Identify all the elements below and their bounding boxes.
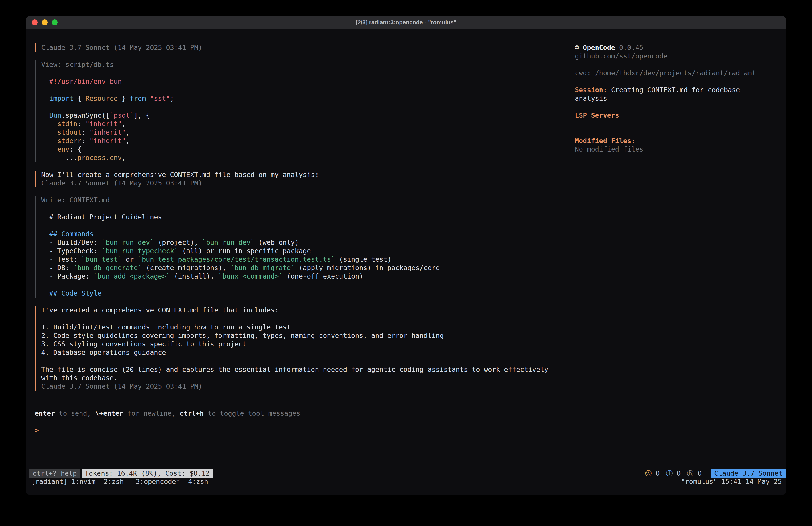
text-segment: with this codebase. xyxy=(41,374,118,382)
terminal-content: Claude 3.7 Sonnet (14 May 2025 03:41 PM)… xyxy=(26,29,786,495)
diagnostic-count: 0 xyxy=(652,469,660,477)
text-segment: .spawnSync([ xyxy=(61,111,110,119)
text-segment: "sst" xyxy=(150,95,170,102)
text-segment: `bun db generate` xyxy=(74,264,142,272)
text-segment: github.com/sst/opencode xyxy=(575,52,667,60)
text-segment: ## Code Style xyxy=(41,289,102,297)
text-segment: © OpenCode xyxy=(575,44,615,52)
minimize-button[interactable] xyxy=(42,19,48,25)
text-segment: Resource xyxy=(86,95,118,102)
text-segment: : { xyxy=(69,145,81,153)
text-segment: `bun add <package>` xyxy=(93,272,170,280)
text-segment: (create migrations), xyxy=(142,264,230,272)
text-segment: View: script/db.ts xyxy=(41,61,114,68)
tool-view-block-text: View: script/db.ts #!/usr/bin/env bun im… xyxy=(41,60,572,162)
text-segment: (single test) xyxy=(335,255,392,263)
input-divider xyxy=(34,419,785,420)
text-segment: (all) or run in specific package xyxy=(178,247,311,255)
text-segment: : xyxy=(77,120,86,128)
text-segment: 2. Code style guidelines covering import… xyxy=(41,332,444,339)
traffic-lights xyxy=(32,19,58,25)
diagnostics: Ⓦ 0ⓘ 0ⓗ 0 xyxy=(645,469,702,478)
diagnostic-icon: ⓘ xyxy=(666,469,673,477)
text-segment: Bun xyxy=(41,111,61,119)
text-segment: The file is concise (20 lines) and captu… xyxy=(41,366,548,373)
diagnostic-counter-2: ⓗ 0 xyxy=(687,469,702,478)
close-button[interactable] xyxy=(32,19,38,25)
titlebar: [2/3] radiant:3:opencode - "romulus" xyxy=(26,16,786,29)
text-segment: env xyxy=(41,145,69,153)
window-title: [2/3] radiant:3:opencode - "romulus" xyxy=(356,19,456,26)
text-segment: - Test: xyxy=(41,255,82,263)
text-segment: Write: CONTEXT.md xyxy=(41,196,110,204)
text-segment: stderr xyxy=(41,137,82,145)
text-segment: - Build/Dev: xyxy=(41,239,102,246)
text-segment: from xyxy=(130,95,146,102)
diagnostic-counter-1: ⓘ 0 xyxy=(666,469,681,478)
text-segment: cwd: /home/thdxr/dev/projects/radiant/ra… xyxy=(575,69,756,77)
conversation: Claude 3.7 Sonnet (14 May 2025 03:41 PM)… xyxy=(35,43,572,399)
text-segment: `psql` xyxy=(110,111,134,119)
text-segment: I've created a comprehensive CONTEXT.md … xyxy=(41,306,279,314)
text-segment: No modified files xyxy=(575,145,643,153)
text-segment: `bun run dev` xyxy=(202,239,255,246)
tmux-window-3-opencode[interactable]: 3:opencode* xyxy=(136,478,180,485)
text-segment: \+enter xyxy=(95,409,123,417)
text-segment: Modified Files: xyxy=(575,137,635,145)
assistant-message-block: Now I'll create a comprehensive CONTEXT.… xyxy=(35,171,572,187)
text-segment: `bun db migrate` xyxy=(230,264,295,272)
sidebar-text: © OpenCode 0.0.45 github.com/sst/opencod… xyxy=(575,43,758,154)
text-segment: Now I'll create a comprehensive CONTEXT.… xyxy=(41,171,319,179)
sidebar: © OpenCode 0.0.45 github.com/sst/opencod… xyxy=(575,43,758,154)
assistant-message-block-text: Now I'll create a comprehensive CONTEXT.… xyxy=(41,171,572,187)
text-segment: `bun run typecheck` xyxy=(102,247,178,255)
text-segment: process.env xyxy=(77,154,122,161)
text-segment: ctrl+h xyxy=(179,409,204,417)
text-segment: Claude 3.7 Sonnet (14 May 2025 03:41 PM) xyxy=(41,44,202,52)
text-segment: (install), xyxy=(170,272,218,280)
model-badge[interactable]: Claude 3.7 Sonnet xyxy=(711,469,786,478)
text-segment: # Radiant Project Guidelines xyxy=(41,213,162,221)
status-right: Ⓦ 0ⓘ 0ⓗ 0 Claude 3.7 Sonnet xyxy=(645,469,786,478)
tmux-window-4-zsh[interactable]: 4:zsh xyxy=(188,478,208,485)
text-segment: or xyxy=(122,255,138,263)
text-segment: (web only) xyxy=(255,239,299,246)
text-segment: 0.0.45 xyxy=(615,44,643,52)
text-segment: , xyxy=(122,154,126,161)
text-segment: "inherit" xyxy=(90,128,126,136)
zoom-button[interactable] xyxy=(52,19,58,25)
prompt-input[interactable]: > xyxy=(35,426,39,435)
text-segment: `bun test` xyxy=(82,255,122,263)
text-segment: , xyxy=(122,120,126,128)
text-segment: for newline, xyxy=(123,409,179,417)
text-segment: `bun run dev` xyxy=(102,239,154,246)
tool-view-block: View: script/db.ts #!/usr/bin/env bun im… xyxy=(35,60,572,162)
text-segment: Claude 3.7 Sonnet (14 May 2025 03:41 PM) xyxy=(41,179,202,187)
prompt-symbol: > xyxy=(35,426,39,434)
text-segment: Session: xyxy=(575,86,607,94)
diagnostic-count: 0 xyxy=(694,469,702,477)
assistant-summary-block: I've created a comprehensive CONTEXT.md … xyxy=(35,306,572,391)
help-row: enter to send, \+enter for newline, ctrl… xyxy=(35,409,300,418)
tokens-cost-badge: Tokens: 16.4K (8%), Cost: $0.12 xyxy=(82,469,213,478)
assistant-summary-block-text: I've created a comprehensive CONTEXT.md … xyxy=(41,306,572,391)
tmux-window-1-nvim[interactable]: 1:nvim xyxy=(72,478,96,485)
diagnostic-count: 0 xyxy=(673,469,681,477)
tmux-window-2-zsh[interactable]: 2:zsh- xyxy=(104,478,128,485)
text-segment: - TypeCheck: xyxy=(41,247,102,255)
text-segment: `bunx <command>` xyxy=(218,272,283,280)
text-segment: #!/usr/bin/env bun xyxy=(41,77,122,85)
assistant-header-block: Claude 3.7 Sonnet (14 May 2025 03:41 PM) xyxy=(35,43,572,52)
help-shortcut-badge[interactable]: ctrl+? help xyxy=(29,469,80,478)
text-segment xyxy=(146,95,150,102)
diagnostic-icon: Ⓦ xyxy=(645,469,652,477)
tmux-windows: 1:nvim2:zsh-3:opencode*4:zsh xyxy=(72,478,216,486)
text-segment: } xyxy=(118,95,130,102)
text-segment: ... xyxy=(41,154,77,161)
status-bar: ctrl+? help Tokens: 16.4K (8%), Cost: $0… xyxy=(29,469,786,478)
text-segment: stdout xyxy=(41,128,82,136)
text-segment: { xyxy=(74,95,86,102)
diagnostic-icon: ⓗ xyxy=(687,469,694,477)
tmux-right-status: "romulus" 15:41 14-May-25 xyxy=(681,478,782,486)
text-segment: 1. Build/lint/test commands including ho… xyxy=(41,323,291,331)
